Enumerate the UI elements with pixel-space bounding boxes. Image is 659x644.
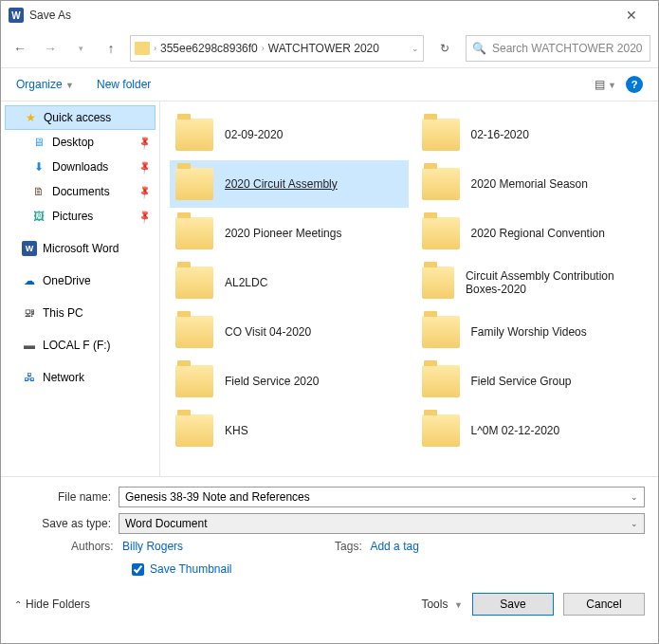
refresh-button[interactable]: ↻ xyxy=(431,35,458,62)
new-folder-button[interactable]: New folder xyxy=(97,78,151,91)
sidebar-word[interactable]: W Microsoft Word xyxy=(1,236,159,261)
folder-name: Field Service 2020 xyxy=(225,375,319,388)
savetype-select[interactable]: Word Document ⌄ xyxy=(119,513,645,534)
sidebar-this-pc[interactable]: 🖳 This PC xyxy=(1,301,159,325)
folder-name: AL2LDC xyxy=(225,276,267,289)
folder-item[interactable]: Field Service Group xyxy=(416,358,655,405)
hide-folders-button[interactable]: ⌃ Hide Folders xyxy=(14,598,90,611)
folder-item[interactable]: 2020 Regional Convention xyxy=(416,210,655,257)
word-app-icon: W xyxy=(9,8,24,23)
navigation-pane: ★ Quick access 🖥 Desktop 📌 ⬇ Downloads 📌… xyxy=(1,101,160,476)
folder-item[interactable]: Circuit Assembly Contribution Boxes-2020 xyxy=(416,259,655,306)
folder-name: CO Visit 04-2020 xyxy=(225,325,311,339)
sidebar-network[interactable]: 🖧 Network xyxy=(1,365,159,390)
save-button[interactable]: Save xyxy=(472,593,554,616)
network-icon: 🖧 xyxy=(22,370,37,385)
documents-icon: 🗎 xyxy=(31,184,46,199)
folder-icon xyxy=(422,365,460,397)
sidebar-pictures[interactable]: 🖼 Pictures 📌 xyxy=(1,204,159,229)
pictures-icon: 🖼 xyxy=(31,209,46,224)
savetype-label: Save as type: xyxy=(14,517,119,530)
tags-value[interactable]: Add a tag xyxy=(370,540,418,553)
forward-button[interactable]: → xyxy=(39,37,62,60)
folder-name: L^0M 02-12-2020 xyxy=(471,424,560,437)
window-title: Save As xyxy=(29,9,71,22)
recent-dropdown[interactable]: ▾ xyxy=(69,37,92,60)
folder-name: 02-09-2020 xyxy=(225,128,283,141)
desktop-icon: 🖥 xyxy=(31,135,46,150)
folder-icon xyxy=(135,42,150,55)
save-panel: File name: Genesis 38-39 Note and Refere… xyxy=(1,476,658,629)
sidebar-local-f[interactable]: ▬ LOCAL F (F:) xyxy=(1,333,159,358)
sidebar-desktop[interactable]: 🖥 Desktop 📌 xyxy=(1,130,159,155)
address-dropdown-icon[interactable]: ⌄ xyxy=(412,44,419,53)
word-icon: W xyxy=(22,241,37,256)
folder-name: 2020 Circuit Assembly xyxy=(225,177,338,191)
folder-item[interactable]: Family Worship Videos xyxy=(416,308,655,356)
folder-item[interactable]: Field Service 2020 xyxy=(170,358,409,405)
up-button[interactable]: ↑ xyxy=(100,37,122,60)
dropdown-icon[interactable]: ⌄ xyxy=(631,492,638,502)
folder-item[interactable]: KHS xyxy=(170,407,409,454)
breadcrumb-seg2[interactable]: WATCHTOWER 2020 xyxy=(268,42,379,55)
folder-icon xyxy=(175,267,213,299)
dropdown-icon[interactable]: ⌄ xyxy=(631,519,638,528)
folder-icon xyxy=(422,316,460,348)
help-button[interactable]: ? xyxy=(626,76,643,93)
folder-name: 2020 Memorial Season xyxy=(471,177,588,191)
folder-item[interactable]: AL2LDC xyxy=(170,259,409,306)
chevron-icon: › xyxy=(154,44,156,53)
sidebar-onedrive[interactable]: ☁ OneDrive xyxy=(1,268,159,293)
folder-icon xyxy=(422,217,460,249)
breadcrumb-seg1[interactable]: 355ee6298c8936f0 xyxy=(160,42,258,55)
folder-name: 02-16-2020 xyxy=(471,128,529,141)
pin-icon: 📌 xyxy=(137,184,152,199)
folder-item[interactable]: 2020 Memorial Season xyxy=(416,160,655,208)
folder-icon xyxy=(175,217,213,249)
tools-menu[interactable]: Tools ▼ xyxy=(421,598,463,611)
close-button[interactable]: ✕ xyxy=(613,8,650,23)
folder-item[interactable]: L^0M 02-12-2020 xyxy=(416,407,655,454)
back-button[interactable]: ← xyxy=(9,37,31,60)
folder-name: Circuit Assembly Contribution Boxes-2020 xyxy=(466,269,649,297)
pin-icon: 📌 xyxy=(137,209,152,224)
toolbar: Organize ▼ New folder ▤ ▼ ? xyxy=(1,67,658,101)
search-input[interactable]: 🔍 Search WATCHTOWER 2020 xyxy=(466,35,650,62)
sidebar-documents[interactable]: 🗎 Documents 📌 xyxy=(1,179,159,204)
title-bar: W Save As ✕ xyxy=(1,1,658,29)
folder-item[interactable]: 2020 Pioneer Meetings xyxy=(170,210,409,257)
folder-item[interactable]: CO Visit 04-2020 xyxy=(170,308,409,356)
folder-icon xyxy=(422,168,460,200)
folder-name: Field Service Group xyxy=(471,375,572,388)
authors-value[interactable]: Billy Rogers xyxy=(122,540,183,553)
search-placeholder: Search WATCHTOWER 2020 xyxy=(492,42,642,55)
folder-item[interactable]: 2020 Circuit Assembly xyxy=(170,160,409,208)
folder-icon xyxy=(175,365,213,397)
folder-icon xyxy=(422,267,454,299)
sidebar-downloads[interactable]: ⬇ Downloads 📌 xyxy=(1,155,159,179)
pin-icon: 📌 xyxy=(137,159,152,175)
folder-name: Family Worship Videos xyxy=(471,325,587,339)
folder-item[interactable]: 02-16-2020 xyxy=(416,111,655,158)
tags-label: Tags: xyxy=(335,540,362,553)
onedrive-icon: ☁ xyxy=(22,273,37,288)
search-icon: 🔍 xyxy=(472,42,486,55)
folder-icon xyxy=(422,119,460,151)
save-thumbnail-label: Save Thumbnail xyxy=(150,562,232,576)
chevron-icon: › xyxy=(262,44,265,53)
folder-item[interactable]: 02-09-2020 xyxy=(170,111,409,158)
star-icon: ★ xyxy=(23,110,38,125)
sidebar-quick-access[interactable]: ★ Quick access xyxy=(5,105,156,130)
save-thumbnail-checkbox[interactable] xyxy=(132,563,144,576)
cancel-button[interactable]: Cancel xyxy=(563,593,645,616)
folder-icon xyxy=(422,414,460,447)
address-bar[interactable]: › 355ee6298c8936f0 › WATCHTOWER 2020 ⌄ xyxy=(130,35,424,62)
folder-name: KHS xyxy=(225,424,248,437)
view-options-button[interactable]: ▤ ▼ xyxy=(595,78,616,91)
pin-icon: 📌 xyxy=(137,135,152,150)
folder-content[interactable]: 02-09-202002-16-20202020 Circuit Assembl… xyxy=(160,101,658,476)
drive-icon: ▬ xyxy=(22,338,37,353)
organize-menu[interactable]: Organize ▼ xyxy=(16,78,74,91)
folder-name: 2020 Regional Convention xyxy=(471,227,605,240)
filename-input[interactable]: Genesis 38-39 Note and References ⌄ xyxy=(119,487,645,507)
